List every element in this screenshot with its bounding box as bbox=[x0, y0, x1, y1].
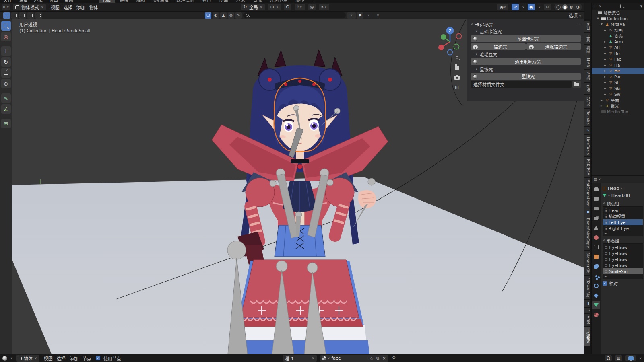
viewport-menu[interactable]: 物体 bbox=[88, 4, 100, 10]
sidebar-tab[interactable]: BlenderKit bbox=[584, 251, 590, 275]
sidebar-tab[interactable]: MMD bbox=[584, 70, 590, 82]
shape-keys-section[interactable]: ∨形态键 bbox=[603, 237, 643, 243]
measure-tool[interactable]: ∠ bbox=[1, 104, 11, 114]
navigation-gizmo[interactable]: Z bbox=[436, 25, 464, 58]
workspace-tab[interactable]: 几何节点 bbox=[266, 0, 291, 3]
generic-fur-button[interactable]: 通用毛毛豆咒 bbox=[471, 58, 581, 65]
workspace-tab[interactable]: UV编辑 bbox=[150, 0, 172, 3]
scale-tool[interactable] bbox=[1, 68, 11, 78]
properties-tab[interactable] bbox=[592, 195, 600, 203]
workspace-tab[interactable]: 合成 bbox=[250, 0, 266, 3]
outliner-row[interactable]: ► He bbox=[592, 68, 644, 74]
options-dropdown[interactable]: 选项 ∨ bbox=[569, 12, 581, 19]
sidebar-tab[interactable]: CATS bbox=[584, 95, 590, 108]
camera-view-icon[interactable] bbox=[453, 74, 460, 81]
visibility-dropdown[interactable]: ◉∨ bbox=[497, 4, 508, 10]
filter-funnel-icon[interactable]: ▼ bbox=[640, 5, 642, 8]
select-mode-subtract-button[interactable] bbox=[19, 12, 26, 19]
relative-checkbox[interactable]: ✓ bbox=[603, 281, 607, 286]
vertex-group-row[interactable]: ⣿ Right Eye bbox=[603, 225, 643, 231]
topbar-menu[interactable]: 文件 bbox=[3, 0, 12, 3]
cursor-tool[interactable]: ◎ bbox=[1, 32, 11, 41]
blenderkit-filter-dropdown[interactable]: ∨ bbox=[365, 14, 373, 17]
properties-tab[interactable] bbox=[592, 311, 600, 319]
sidebar-tab[interactable]: 视图 bbox=[584, 45, 590, 56]
transform-tool[interactable]: ⊕ bbox=[1, 79, 11, 88]
properties-tab[interactable] bbox=[592, 234, 600, 241]
topbar-menu[interactable]: 渲染 bbox=[34, 0, 43, 3]
properties-tab[interactable] bbox=[592, 292, 600, 299]
shader-menu[interactable]: 视图 bbox=[43, 355, 54, 362]
outliner-row[interactable]: ► Att bbox=[592, 45, 644, 51]
properties-tab[interactable] bbox=[592, 185, 600, 193]
fake-user-shield-icon[interactable]: ◇ bbox=[369, 356, 374, 360]
sidebar-tab[interactable]: LineTools bbox=[584, 135, 590, 156]
expand-arrow-icon[interactable]: ► bbox=[601, 104, 604, 107]
search-icon[interactable] bbox=[620, 5, 621, 8]
material-icon[interactable] bbox=[322, 356, 326, 360]
pan-hand-icon[interactable] bbox=[453, 64, 460, 71]
wireframe-shading-button[interactable]: ◯ bbox=[556, 4, 561, 10]
base-toon-button[interactable]: 基础卡渲咒 bbox=[471, 35, 581, 42]
mode-selector[interactable]: 物体模式 ∨ bbox=[13, 4, 46, 10]
overlays-dropdown[interactable]: ∨ bbox=[538, 5, 541, 9]
workspace-tab[interactable]: 建模 bbox=[116, 0, 132, 3]
xray-toggle[interactable]: ⊡ bbox=[544, 4, 551, 10]
expand-arrow-icon[interactable]: ► bbox=[604, 52, 607, 55]
material-folder-field[interactable]: 选择材质文件夹 bbox=[471, 81, 572, 88]
select-box-tool[interactable] bbox=[1, 21, 11, 31]
viewport-menu[interactable]: 添加 bbox=[75, 4, 87, 10]
sidebar-tab[interactable]: FBX=>Rig bbox=[584, 276, 590, 299]
sidebar-tab[interactable]: MMR bbox=[584, 56, 590, 69]
list-expand-icon[interactable]: ► bbox=[603, 274, 643, 278]
overlay-grid-toggle[interactable]: ⊞ bbox=[615, 355, 622, 361]
properties-tab[interactable] bbox=[592, 253, 600, 261]
workspace-tab[interactable]: + bbox=[309, 0, 320, 3]
sidebar-tab[interactable]: 杂项 bbox=[584, 83, 590, 94]
sidebar-tab[interactable]: ✎ bbox=[584, 127, 590, 134]
material-slot-selector[interactable]: 槽 1 ∨ bbox=[283, 355, 317, 362]
shape-key-row[interactable]: □ EyeBrow bbox=[603, 250, 643, 256]
sidebar-tab[interactable]: Rokoko bbox=[584, 109, 590, 126]
expand-arrow-icon[interactable]: ► bbox=[601, 99, 604, 102]
expand-arrow-icon[interactable]: ▼ bbox=[601, 23, 604, 26]
viewport-menu[interactable]: 选择 bbox=[62, 4, 74, 10]
snap-magnet-toggle[interactable]: Ω bbox=[605, 355, 612, 361]
vertex-groups-section[interactable]: ∨顶点组 bbox=[603, 200, 643, 206]
blenderkit-scene-icon[interactable]: ▲ bbox=[220, 12, 227, 19]
move-tool[interactable]: + bbox=[1, 46, 11, 56]
add-cube-tool[interactable]: ⊞ bbox=[1, 119, 11, 128]
outliner-row[interactable]: ► 平面 bbox=[592, 97, 644, 103]
mesh-data-row[interactable]: ∨ Head.00 bbox=[603, 192, 643, 199]
workspace-tab[interactable]: 雕刻 bbox=[133, 0, 149, 3]
shader-menu[interactable]: 节点 bbox=[81, 355, 93, 362]
vertex-group-row[interactable]: ⣿ 描边权重 bbox=[603, 213, 643, 219]
properties-editor-icon[interactable]: ▤ bbox=[594, 177, 597, 181]
star-rail-button[interactable]: 星铁咒 bbox=[471, 73, 581, 80]
select-mode-invert-button[interactable] bbox=[27, 12, 34, 19]
material-name[interactable]: face bbox=[331, 356, 367, 361]
properties-tab[interactable] bbox=[592, 224, 600, 232]
sidebar-tab[interactable]: F bbox=[584, 308, 590, 313]
editor-type-button[interactable]: ⊞∨ bbox=[2, 4, 10, 10]
subsection-star-rail[interactable]: ∨星铁咒 bbox=[471, 66, 581, 72]
blenderkit-hdr-icon[interactable]: ◍ bbox=[228, 12, 234, 19]
sidebar-tab[interactable]: 卡渲秘咒 bbox=[584, 327, 590, 346]
overlays-toggle[interactable]: ◉ bbox=[528, 4, 535, 10]
subsection-fur[interactable]: ∨毛毛豆咒 bbox=[471, 51, 581, 58]
shape-key-row[interactable]: □ EyeBrow bbox=[603, 262, 643, 268]
rotate-tool[interactable]: ↻ bbox=[1, 57, 11, 67]
topbar-menu[interactable]: 编辑 bbox=[19, 0, 27, 3]
shape-key-row[interactable]: □ SmileSm bbox=[603, 268, 643, 274]
panel-options-icon[interactable]: ⋯ bbox=[577, 23, 581, 27]
outliner-row[interactable]: ► Fac bbox=[592, 56, 644, 62]
viewport-menu[interactable]: 视图 bbox=[49, 4, 61, 10]
expand-arrow-icon[interactable]: ► bbox=[604, 58, 607, 61]
properties-tab[interactable] bbox=[592, 205, 600, 212]
expand-arrow-icon[interactable]: ► bbox=[604, 46, 607, 49]
blenderkit-sort-dropdown[interactable]: ∨ bbox=[374, 14, 382, 17]
annotate-tool[interactable]: ✎ bbox=[1, 93, 11, 103]
sidebar-tab[interactable]: ▮ bbox=[584, 300, 590, 307]
list-expand-icon[interactable]: ► bbox=[603, 231, 643, 235]
outliner-row[interactable]: ► Ski bbox=[592, 86, 644, 92]
